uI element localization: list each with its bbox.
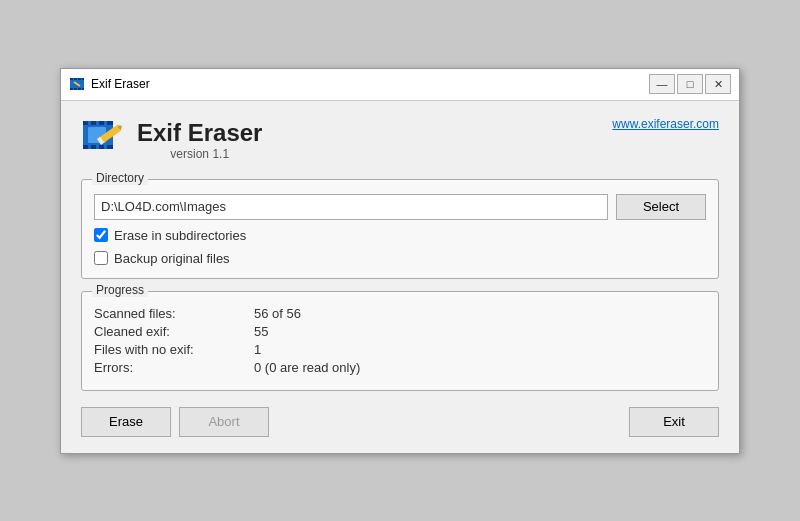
erase-subdirectories-checkbox[interactable] bbox=[94, 228, 108, 242]
svg-rect-18 bbox=[107, 145, 113, 149]
svg-rect-17 bbox=[99, 145, 104, 149]
svg-rect-11 bbox=[83, 121, 88, 125]
backup-files-row: Backup original files bbox=[94, 251, 706, 266]
table-row: Files with no exif: 1 bbox=[94, 342, 706, 357]
footer-buttons: Erase Abort bbox=[81, 407, 269, 437]
app-title-block: Exif Eraser version 1.1 bbox=[137, 119, 262, 161]
progress-section-label: Progress bbox=[92, 283, 148, 297]
minimize-button[interactable]: — bbox=[649, 74, 675, 94]
backup-files-checkbox[interactable] bbox=[94, 251, 108, 265]
svg-rect-8 bbox=[82, 88, 84, 90]
titlebar-controls: — □ ✕ bbox=[649, 74, 731, 94]
progress-table: Scanned files: 56 of 56 Cleaned exif: 55… bbox=[94, 306, 706, 375]
no-exif-key: Files with no exif: bbox=[94, 342, 254, 357]
svg-rect-3 bbox=[78, 78, 81, 80]
maximize-button[interactable]: □ bbox=[677, 74, 703, 94]
directory-row: Select bbox=[94, 194, 706, 220]
scanned-files-value: 56 of 56 bbox=[254, 306, 301, 321]
titlebar-icon bbox=[69, 76, 85, 92]
exit-button[interactable]: Exit bbox=[629, 407, 719, 437]
svg-rect-2 bbox=[74, 78, 77, 80]
erase-subdirectories-label[interactable]: Erase in subdirectories bbox=[114, 228, 246, 243]
table-row: Errors: 0 (0 are read only) bbox=[94, 360, 706, 375]
abort-button[interactable]: Abort bbox=[179, 407, 269, 437]
no-exif-value: 1 bbox=[254, 342, 261, 357]
scanned-files-key: Scanned files: bbox=[94, 306, 254, 321]
titlebar: Exif Eraser — □ ✕ bbox=[61, 69, 739, 101]
app-window: Exif Eraser — □ ✕ bbox=[60, 68, 740, 454]
svg-rect-15 bbox=[83, 145, 88, 149]
erase-button[interactable]: Erase bbox=[81, 407, 171, 437]
website-link[interactable]: www.exiferaser.com bbox=[612, 117, 719, 131]
cleaned-exif-key: Cleaned exif: bbox=[94, 324, 254, 339]
svg-rect-7 bbox=[78, 88, 81, 90]
svg-rect-14 bbox=[107, 121, 113, 125]
svg-rect-13 bbox=[99, 121, 104, 125]
close-button[interactable]: ✕ bbox=[705, 74, 731, 94]
backup-files-label[interactable]: Backup original files bbox=[114, 251, 230, 266]
app-logo bbox=[81, 117, 127, 163]
directory-section: Directory Select Erase in subdirectories… bbox=[81, 179, 719, 279]
table-row: Cleaned exif: 55 bbox=[94, 324, 706, 339]
erase-subdirectories-row: Erase in subdirectories bbox=[94, 228, 706, 243]
titlebar-title: Exif Eraser bbox=[91, 77, 649, 91]
svg-rect-12 bbox=[91, 121, 96, 125]
table-row: Scanned files: 56 of 56 bbox=[94, 306, 706, 321]
directory-input[interactable] bbox=[94, 194, 608, 220]
app-version: version 1.1 bbox=[137, 147, 262, 161]
select-button[interactable]: Select bbox=[616, 194, 706, 220]
svg-rect-5 bbox=[70, 88, 73, 90]
cleaned-exif-value: 55 bbox=[254, 324, 268, 339]
svg-rect-16 bbox=[91, 145, 96, 149]
svg-rect-1 bbox=[70, 78, 73, 80]
window-content: Exif Eraser version 1.1 www.exiferaser.c… bbox=[61, 101, 739, 453]
app-header: Exif Eraser version 1.1 www.exiferaser.c… bbox=[81, 117, 719, 163]
progress-section: Progress Scanned files: 56 of 56 Cleaned… bbox=[81, 291, 719, 391]
errors-key: Errors: bbox=[94, 360, 254, 375]
app-name: Exif Eraser bbox=[137, 119, 262, 147]
errors-value: 0 (0 are read only) bbox=[254, 360, 360, 375]
svg-rect-4 bbox=[82, 78, 84, 80]
directory-label: Directory bbox=[92, 171, 148, 185]
footer-row: Erase Abort Exit bbox=[81, 407, 719, 437]
svg-rect-6 bbox=[74, 88, 77, 90]
